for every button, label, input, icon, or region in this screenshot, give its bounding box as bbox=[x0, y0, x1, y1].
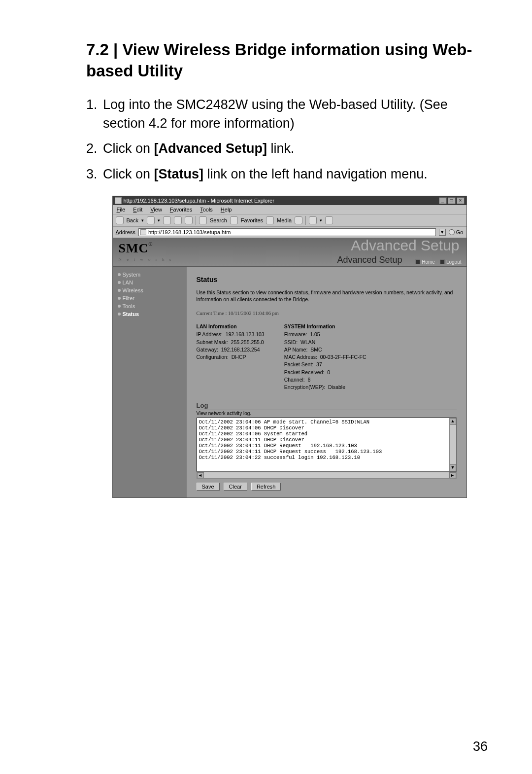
label: Configuration: bbox=[197, 354, 229, 360]
clear-button[interactable]: Clear bbox=[224, 483, 247, 491]
back-label[interactable]: Back bbox=[127, 217, 138, 223]
menu-view[interactable]: View bbox=[150, 207, 162, 212]
go-icon bbox=[449, 229, 455, 235]
value: 192.168.123.254 bbox=[221, 347, 260, 352]
address-input[interactable]: http://192.168.123.103/setupa.htm bbox=[138, 228, 436, 236]
ie-icon bbox=[115, 197, 122, 204]
label: Subnet Mask: bbox=[197, 339, 228, 345]
step-text: Click on bbox=[103, 167, 154, 181]
value: SMC bbox=[310, 347, 322, 352]
step-body: Click on [Advanced Setup] link. bbox=[103, 140, 493, 158]
menu-bar: File Edit View Favorites Tools Help bbox=[113, 205, 466, 214]
history-icon[interactable] bbox=[295, 216, 302, 224]
value: 00-03-2F-FF-FC-FC bbox=[320, 354, 366, 360]
address-label: Address bbox=[116, 229, 135, 235]
label: IP Address: bbox=[197, 331, 223, 337]
main-panel: Status Use this Status section to view c… bbox=[187, 267, 466, 497]
search-icon[interactable] bbox=[199, 216, 207, 224]
banner-ghost-text: Advanced Setup bbox=[351, 237, 459, 254]
step-number: 2. bbox=[86, 140, 103, 158]
value: 1.05 bbox=[310, 331, 320, 337]
section-heading: 7.2 | View Wireless Bridge information u… bbox=[86, 39, 493, 82]
sidebar-item-system[interactable]: System bbox=[118, 271, 182, 279]
address-dropdown-icon[interactable]: ▼ bbox=[439, 229, 446, 236]
stop-icon[interactable] bbox=[163, 216, 171, 224]
home-icon[interactable] bbox=[185, 216, 193, 224]
minimize-button[interactable]: _ bbox=[439, 197, 447, 204]
media-label[interactable]: Media bbox=[277, 217, 292, 223]
scroll-down-icon[interactable]: ▼ bbox=[450, 464, 456, 471]
step-text: link. bbox=[267, 141, 295, 156]
sidebar-item-lan[interactable]: LAN bbox=[118, 279, 182, 286]
step-3: 3. Click on [Status] link on the left ha… bbox=[86, 165, 493, 184]
app-banner: SMC® N e t w o r k s Advanced Setup Adva… bbox=[113, 238, 466, 267]
ie-window: http://192.168.123.103/setupa.htm - Micr… bbox=[112, 196, 467, 498]
step-body: Log into the SMC2482W using the Web-base… bbox=[103, 96, 493, 133]
sidebar-item-label: System bbox=[123, 272, 141, 278]
forward-icon[interactable] bbox=[147, 216, 155, 224]
label: Packet Received: bbox=[284, 369, 325, 375]
step-text: Log into the SMC2482W using the Web-base… bbox=[103, 97, 448, 131]
value: 192.168.123.103 bbox=[226, 331, 265, 337]
step-number: 1. bbox=[86, 96, 103, 133]
menu-file[interactable]: File bbox=[117, 207, 126, 212]
log-textarea[interactable]: Oct/11/2002 23:04:06 AP mode start. Chan… bbox=[197, 418, 457, 472]
print-icon[interactable] bbox=[325, 216, 333, 224]
close-button[interactable]: × bbox=[457, 197, 465, 204]
log-content: Oct/11/2002 23:04:06 AP mode start. Chan… bbox=[199, 419, 454, 460]
go-button[interactable]: Go bbox=[449, 229, 464, 235]
bullet-icon bbox=[118, 273, 121, 276]
save-button[interactable]: Save bbox=[197, 483, 220, 491]
label: MAC Address: bbox=[284, 354, 317, 360]
value: 6 bbox=[308, 377, 311, 383]
sidebar-item-tools[interactable]: Tools bbox=[118, 302, 182, 310]
sidebar-item-status[interactable]: Status bbox=[118, 310, 182, 318]
log-title: Log bbox=[197, 402, 457, 410]
search-label[interactable]: Search bbox=[210, 217, 227, 223]
menu-help[interactable]: Help bbox=[221, 207, 232, 212]
value: 255.255.255.0 bbox=[231, 339, 264, 345]
menu-tools[interactable]: Tools bbox=[200, 207, 213, 212]
home-link[interactable]: Home bbox=[415, 259, 435, 265]
brand-logo: SMC® N e t w o r k s bbox=[119, 241, 173, 262]
value: DHCP bbox=[232, 354, 246, 360]
sidebar-item-label: Wireless bbox=[123, 287, 143, 293]
vertical-scrollbar[interactable]: ▲ ▼ bbox=[449, 418, 456, 471]
sidebar-item-wireless[interactable]: Wireless bbox=[118, 286, 182, 294]
bullet-icon bbox=[118, 305, 121, 308]
log-description: View network activity log. bbox=[197, 411, 457, 416]
sidebar-item-label: LAN bbox=[123, 280, 133, 285]
back-icon[interactable] bbox=[116, 216, 124, 224]
current-time-label: Current Time : bbox=[197, 311, 227, 316]
sidebar-item-filter[interactable]: Filter bbox=[118, 294, 182, 302]
media-icon[interactable] bbox=[266, 216, 274, 224]
step-2: 2. Click on [Advanced Setup] link. bbox=[86, 140, 493, 158]
scroll-left-icon[interactable]: ◄ bbox=[197, 472, 204, 478]
logout-icon bbox=[440, 259, 445, 264]
step-bold: [Status] bbox=[154, 167, 204, 181]
favorites-icon[interactable] bbox=[230, 216, 238, 224]
sidebar-item-label: Status bbox=[123, 311, 139, 317]
step-text: Click on bbox=[103, 141, 154, 156]
home-icon bbox=[415, 259, 420, 264]
scroll-up-icon[interactable]: ▲ bbox=[450, 418, 456, 425]
refresh-icon[interactable] bbox=[174, 216, 182, 224]
logout-link[interactable]: Logout bbox=[440, 259, 462, 265]
brand-reg: ® bbox=[148, 241, 152, 247]
system-info: SYSTEM Information Firmware: 1.05 SSID: … bbox=[284, 323, 366, 391]
mail-icon[interactable] bbox=[309, 216, 317, 224]
window-title: http://192.168.123.103/setupa.htm - Micr… bbox=[124, 198, 439, 204]
maximize-button[interactable]: □ bbox=[448, 197, 456, 204]
favorites-label[interactable]: Favorites bbox=[241, 217, 263, 223]
menu-favorites[interactable]: Favorites bbox=[170, 207, 192, 212]
current-time: Current Time : 10/11/2002 11:04:06 pm bbox=[197, 311, 457, 316]
current-time-value: 10/11/2002 11:04:06 pm bbox=[228, 311, 279, 316]
scroll-right-icon[interactable]: ► bbox=[449, 472, 456, 478]
bullet-icon bbox=[118, 281, 121, 284]
refresh-button[interactable]: Refresh bbox=[251, 483, 281, 491]
menu-edit[interactable]: Edit bbox=[133, 207, 142, 212]
window-titlebar: http://192.168.123.103/setupa.htm - Micr… bbox=[113, 196, 466, 205]
horizontal-scrollbar[interactable]: ◄ ► bbox=[197, 472, 457, 479]
label: Gateway: bbox=[197, 347, 218, 352]
log-section: Log View network activity log. Oct/11/20… bbox=[197, 402, 457, 491]
